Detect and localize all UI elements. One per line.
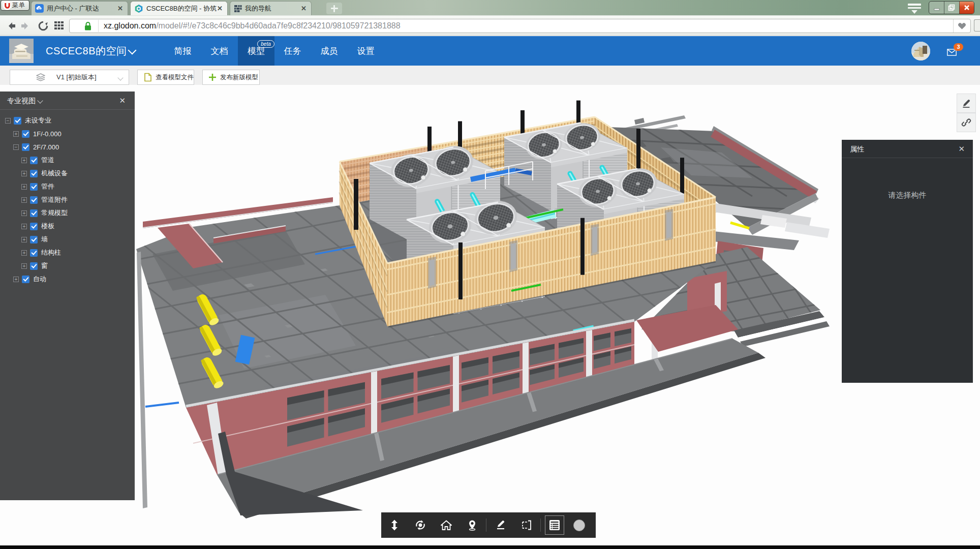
tree-expander-icon[interactable]: − bbox=[5, 118, 11, 124]
tree-expander-icon[interactable]: + bbox=[21, 210, 27, 216]
tree-item-10[interactable]: + 结构柱 bbox=[0, 246, 135, 259]
tree-expander-icon[interactable]: + bbox=[21, 184, 27, 190]
tree-item-3[interactable]: + 管道 bbox=[0, 154, 135, 167]
tree-checkbox[interactable] bbox=[30, 262, 38, 270]
orbit-icon[interactable] bbox=[415, 520, 426, 531]
tree-expander-icon[interactable]: + bbox=[21, 237, 27, 242]
tree-expander-icon[interactable]: + bbox=[21, 250, 27, 256]
tree-item-label: 管道 bbox=[41, 156, 54, 165]
tree-expander-icon[interactable]: + bbox=[21, 197, 27, 203]
tree-checkbox[interactable] bbox=[30, 223, 38, 230]
tree-checkbox[interactable] bbox=[14, 117, 21, 125]
tree-expander-icon[interactable]: + bbox=[21, 263, 27, 269]
tree-item-label: 管道附件 bbox=[41, 195, 68, 204]
properties-panel: 属性 ✕ 请选择构件 bbox=[842, 140, 973, 383]
bim-model bbox=[0, 0, 980, 549]
view-panel-chevron-icon[interactable] bbox=[37, 98, 43, 103]
list-icon bbox=[548, 519, 561, 531]
tree-item-6[interactable]: + 管道附件 bbox=[0, 193, 135, 206]
properties-empty-text: 请选择构件 bbox=[842, 191, 973, 200]
tree-expander-icon[interactable]: + bbox=[21, 171, 27, 176]
tree-item-label: 未设专业 bbox=[25, 116, 51, 125]
pencil-icon bbox=[961, 98, 971, 108]
tree-checkbox[interactable] bbox=[30, 249, 38, 257]
model-viewport[interactable]: 专业视图 ✕ − 未设专业 + 1F/-0.000 − 2F/7.000 + 管… bbox=[0, 85, 980, 549]
home-icon[interactable] bbox=[441, 520, 452, 531]
link-button[interactable] bbox=[957, 113, 976, 132]
tree-checkbox[interactable] bbox=[30, 170, 38, 177]
properties-close-icon[interactable]: ✕ bbox=[958, 144, 965, 154]
toolbar-divider bbox=[486, 518, 486, 532]
tree-item-label: 窗 bbox=[41, 261, 48, 270]
elevation-icon[interactable] bbox=[389, 520, 400, 531]
tree-item-label: 管件 bbox=[41, 182, 54, 191]
tree-item-2[interactable]: − 2F/7.000 bbox=[0, 140, 135, 154]
tree-checkbox[interactable] bbox=[30, 196, 38, 204]
viewer-toolbar bbox=[381, 512, 596, 538]
taskbar-strip bbox=[0, 545, 980, 549]
tree-item-5[interactable]: + 管件 bbox=[0, 180, 135, 193]
tree-item-9[interactable]: + 墙 bbox=[0, 233, 135, 246]
tree-checkbox[interactable] bbox=[30, 209, 38, 217]
properties-header: 属性 ✕ bbox=[842, 140, 973, 158]
tree-item-4[interactable]: + 机械设备 bbox=[0, 167, 135, 180]
tree-item-0[interactable]: − 未设专业 bbox=[0, 114, 135, 127]
tree-item-1[interactable]: + 1F/-0.000 bbox=[0, 127, 135, 140]
toolbar-divider bbox=[540, 518, 541, 532]
tree-item-label: 墙 bbox=[41, 235, 48, 244]
tree-checkbox[interactable] bbox=[22, 130, 29, 138]
tree-item-11[interactable]: + 窗 bbox=[0, 259, 135, 272]
tree-item-label: 2F/7.000 bbox=[33, 143, 59, 151]
view-panel-header: 专业视图 ✕ bbox=[0, 92, 135, 110]
properties-title: 属性 bbox=[850, 145, 864, 154]
tree-item-8[interactable]: + 楼板 bbox=[0, 220, 135, 233]
link-icon bbox=[961, 117, 971, 128]
tree-item-7[interactable]: + 常规模型 bbox=[0, 206, 135, 220]
tree-checkbox[interactable] bbox=[30, 236, 38, 243]
tree-item-label: 结构柱 bbox=[41, 248, 61, 257]
tree-item-label: 机械设备 bbox=[41, 169, 68, 178]
section-box-icon[interactable] bbox=[521, 520, 532, 531]
tree-checkbox[interactable] bbox=[30, 183, 38, 191]
record-circle-button[interactable] bbox=[573, 520, 585, 531]
annotate-button[interactable] bbox=[957, 94, 976, 113]
tree-checkbox[interactable] bbox=[22, 143, 29, 151]
tree-checkbox[interactable] bbox=[30, 157, 38, 164]
tree-expander-icon[interactable]: + bbox=[21, 224, 27, 229]
tree-item-label: 常规模型 bbox=[41, 208, 68, 218]
tree-checkbox[interactable] bbox=[22, 276, 29, 283]
walk-pin-icon[interactable] bbox=[467, 520, 478, 531]
tree-expander-icon[interactable]: + bbox=[13, 277, 19, 282]
tree-expander-icon[interactable]: + bbox=[21, 158, 27, 163]
discipline-view-panel: 专业视图 ✕ − 未设专业 + 1F/-0.000 − 2F/7.000 + 管… bbox=[0, 92, 135, 500]
view-panel-title[interactable]: 专业视图 bbox=[7, 97, 36, 106]
markup-pencil-icon[interactable] bbox=[495, 520, 506, 531]
component-list-button[interactable] bbox=[545, 515, 564, 535]
tree-item-label: 自动 bbox=[33, 274, 46, 284]
tree-expander-icon[interactable]: − bbox=[13, 144, 19, 150]
tree-item-label: 1F/-0.000 bbox=[33, 130, 62, 138]
tree-item-label: 楼板 bbox=[41, 222, 54, 231]
tree-expander-icon[interactable]: + bbox=[13, 131, 19, 137]
model-tree: − 未设专业 + 1F/-0.000 − 2F/7.000 + 管道 + 机械设… bbox=[0, 110, 135, 286]
view-panel-close-icon[interactable]: ✕ bbox=[119, 96, 126, 105]
tree-item-12[interactable]: + 自动 bbox=[0, 272, 135, 286]
